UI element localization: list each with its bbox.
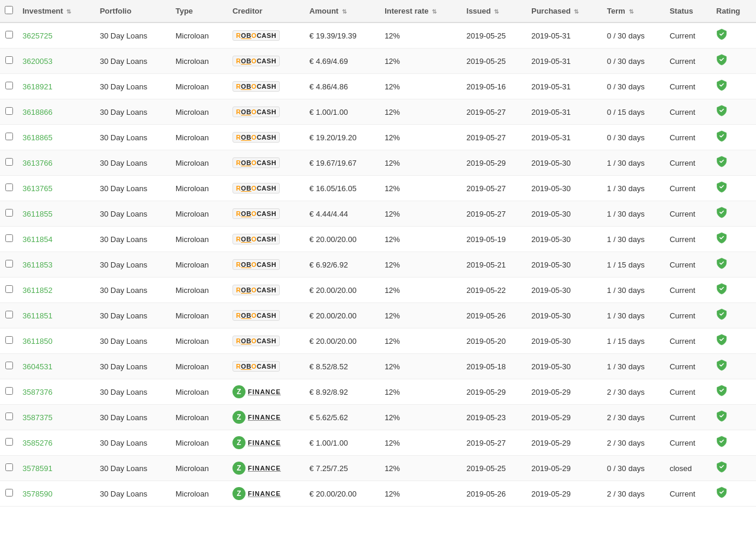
portfolio-cell: 30 Day Loans (95, 125, 171, 150)
investment-link[interactable]: 3620053 (22, 57, 53, 66)
zfinance-badge: ZFINANCE (232, 487, 281, 500)
table-row: 3604531 30 Day Loans Microloan ROBOCASH … (0, 354, 756, 379)
row-checkbox-cell[interactable] (0, 430, 18, 456)
row-checkbox-cell[interactable] (0, 125, 18, 150)
row-checkbox-cell[interactable] (0, 74, 18, 99)
row-checkbox-cell[interactable] (0, 150, 18, 176)
select-all-header[interactable] (0, 0, 18, 22)
col-rating-label: Rating (716, 7, 740, 15)
row-checkbox-cell[interactable] (0, 379, 18, 405)
row-checkbox[interactable] (5, 285, 13, 293)
row-checkbox[interactable] (5, 183, 13, 191)
rating-cell (712, 303, 756, 328)
investment-link[interactable]: 3618921 (22, 82, 53, 91)
purchased-cell: 2019-05-29 (526, 405, 602, 430)
investment-id-cell: 3625725 (18, 22, 95, 49)
table-row: 3625725 30 Day Loans Microloan ROBOCASH … (0, 22, 756, 49)
row-checkbox-cell[interactable] (0, 49, 18, 74)
col-issued[interactable]: Issued ⇅ (462, 0, 527, 22)
col-amount[interactable]: Amount ⇅ (305, 0, 380, 22)
investment-link[interactable]: 3611852 (22, 286, 53, 295)
investment-link[interactable]: 3618865 (22, 133, 53, 142)
interest-rate-cell: 12% (380, 303, 461, 328)
amount-value: € 4.86/4.86 (309, 82, 348, 91)
rating-cell (712, 201, 756, 227)
investment-link[interactable]: 3611854 (22, 235, 53, 244)
row-checkbox-cell[interactable] (0, 481, 18, 507)
row-checkbox[interactable] (5, 82, 13, 89)
row-checkbox-cell[interactable] (0, 99, 18, 125)
investment-link[interactable]: 3611855 (22, 210, 53, 218)
row-checkbox[interactable] (5, 412, 13, 420)
issued-value: 2019-05-25 (467, 31, 506, 40)
row-checkbox[interactable] (5, 362, 13, 369)
investment-link[interactable]: 3611850 (22, 337, 53, 346)
row-checkbox-cell[interactable] (0, 354, 18, 379)
row-checkbox-cell[interactable] (0, 22, 18, 49)
amount-cell: € 19.67/19.67 (305, 150, 380, 176)
row-checkbox[interactable] (5, 107, 13, 115)
row-checkbox[interactable] (5, 438, 13, 446)
row-checkbox[interactable] (5, 311, 13, 318)
col-creditor: Creditor (228, 0, 305, 22)
investment-link[interactable]: 3585276 (22, 439, 53, 447)
investment-link[interactable]: 3611853 (22, 260, 53, 269)
col-term[interactable]: Term ⇅ (602, 0, 665, 22)
rating-cell (712, 328, 756, 354)
status-badge: Current (670, 439, 695, 447)
col-type: Type (171, 0, 228, 22)
shield-icon (716, 261, 727, 271)
row-checkbox[interactable] (5, 56, 13, 64)
col-interest-rate[interactable]: Interest rate ⇅ (380, 0, 461, 22)
portfolio-value: 30 Day Loans (100, 210, 147, 218)
row-checkbox[interactable] (5, 31, 13, 38)
amount-cell: € 16.05/16.05 (305, 176, 380, 201)
row-checkbox[interactable] (5, 260, 13, 268)
investment-id-cell: 3611853 (18, 252, 95, 278)
investment-link[interactable]: 3613766 (22, 159, 53, 167)
investment-link[interactable]: 3587375 (22, 413, 53, 422)
creditor-cell: ROBOCASH (228, 252, 305, 278)
investment-link[interactable]: 3587376 (22, 388, 53, 397)
col-purchased[interactable]: Purchased ⇅ (526, 0, 602, 22)
row-checkbox-cell[interactable] (0, 278, 18, 303)
investment-link[interactable]: 3578590 (22, 489, 53, 498)
row-checkbox[interactable] (5, 209, 13, 217)
interest-rate-cell: 12% (380, 176, 461, 201)
type-cell: Microloan (171, 74, 228, 99)
investment-link[interactable]: 3611851 (22, 311, 53, 320)
row-checkbox-cell[interactable] (0, 227, 18, 252)
row-checkbox-cell[interactable] (0, 201, 18, 227)
row-checkbox-cell[interactable] (0, 176, 18, 201)
row-checkbox[interactable] (5, 133, 13, 140)
shield-icon (716, 185, 727, 195)
portfolio-value: 30 Day Loans (100, 159, 147, 167)
row-checkbox[interactable] (5, 463, 13, 471)
row-checkbox[interactable] (5, 336, 13, 344)
investment-link[interactable]: 3578591 (22, 464, 53, 473)
row-checkbox-cell[interactable] (0, 328, 18, 354)
col-investment[interactable]: Investment ⇅ (18, 0, 95, 22)
interest-rate-value: 12% (385, 235, 400, 244)
investment-link[interactable]: 3604531 (22, 362, 53, 371)
row-checkbox-cell[interactable] (0, 456, 18, 481)
amount-cell: € 8.92/8.92 (305, 379, 380, 405)
row-checkbox-cell[interactable] (0, 303, 18, 328)
investment-link[interactable]: 3625725 (22, 31, 53, 40)
type-cell: Microloan (171, 252, 228, 278)
select-all-checkbox[interactable] (5, 6, 13, 14)
row-checkbox[interactable] (5, 158, 13, 166)
status-cell: Current (665, 278, 712, 303)
issued-cell: 2019-05-27 (462, 125, 527, 150)
zfinance-text: FINANCE (248, 490, 281, 497)
type-value: Microloan (176, 337, 209, 346)
rating-cell (712, 99, 756, 125)
row-checkbox-cell[interactable] (0, 252, 18, 278)
investment-link[interactable]: 3618866 (22, 108, 53, 117)
row-checkbox-cell[interactable] (0, 405, 18, 430)
row-checkbox[interactable] (5, 234, 13, 242)
row-checkbox[interactable] (5, 387, 13, 395)
investment-link[interactable]: 3613765 (22, 184, 53, 193)
row-checkbox[interactable] (5, 489, 13, 497)
type-value: Microloan (176, 260, 209, 269)
